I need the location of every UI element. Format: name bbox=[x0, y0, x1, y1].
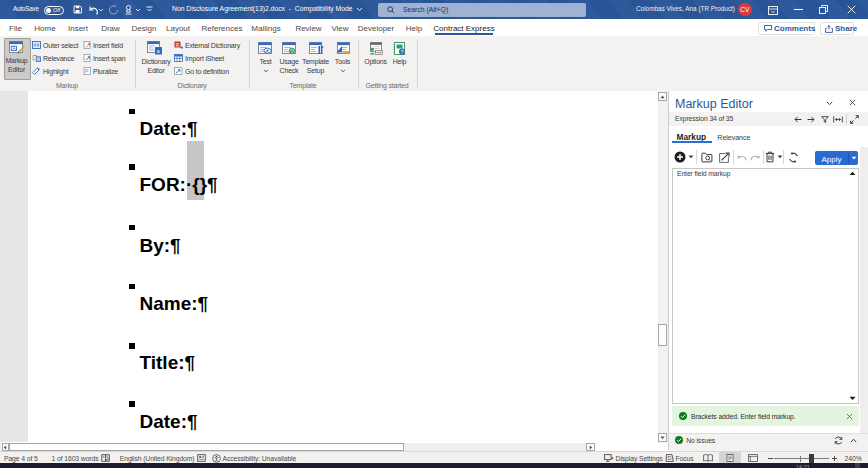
svg-text:a: a bbox=[157, 48, 160, 54]
svg-text:P: P bbox=[85, 68, 89, 74]
svg-text:A: A bbox=[12, 46, 15, 51]
svg-text:?: ? bbox=[401, 49, 404, 55]
svg-text:D: D bbox=[668, 455, 672, 461]
